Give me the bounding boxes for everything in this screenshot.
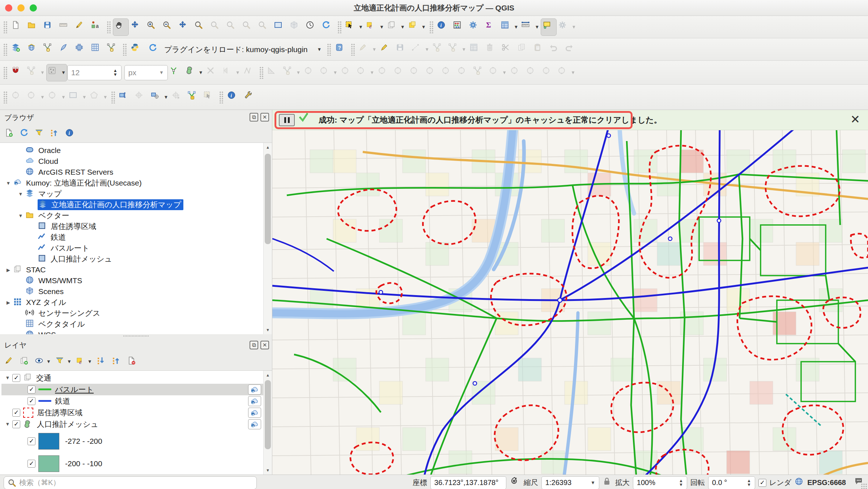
toggle-editing-icon[interactable] <box>378 41 394 58</box>
snap-all-layers-icon[interactable]: ▼ <box>46 64 67 81</box>
digitize-with-segment-icon[interactable]: ▼ <box>410 41 431 58</box>
cut-features-icon[interactable] <box>499 41 515 58</box>
scale-combo[interactable]: 1:26393▼ <box>541 476 599 489</box>
toolbar-grip[interactable] <box>351 43 355 56</box>
expander-arrow[interactable]: ▼ <box>16 191 25 197</box>
toolbar-grip[interactable] <box>3 67 8 79</box>
toolbar-grip[interactable] <box>219 91 224 103</box>
style-manager-icon[interactable] <box>57 18 73 36</box>
toolbar-grip[interactable] <box>259 67 264 79</box>
map-canvas[interactable]: 成功: マップ「立地適正化計画の人口推移分析マップ」のキャッシュを正常にクリアし… <box>272 110 868 475</box>
layers-close-button[interactable]: ✕ <box>260 341 269 349</box>
browser-properties-icon[interactable] <box>64 127 77 141</box>
zoom-native-icon[interactable] <box>224 18 240 36</box>
layer-item--272-200[interactable]: ✓-272 - -200 <box>1 430 272 452</box>
reverse-line-icon[interactable]: ▼ <box>556 64 577 81</box>
scroll-up-arrow[interactable]: ▲ <box>264 143 272 152</box>
data-source-manager-icon[interactable] <box>9 41 25 58</box>
reshape-features-icon[interactable] <box>302 64 318 81</box>
plugin-settings-icon[interactable] <box>241 89 257 106</box>
draw-circle-icon[interactable]: ▼ <box>25 89 46 106</box>
browser-item--[interactable]: 居住誘導区域 <box>1 221 272 232</box>
browser-item-wcs[interactable]: WCS <box>1 329 272 334</box>
add-label-icon[interactable] <box>170 89 186 106</box>
expander-arrow[interactable]: ▶ <box>4 300 13 305</box>
zoom-out-icon[interactable] <box>161 18 176 36</box>
visibility-checkbox[interactable]: ✓ <box>12 374 20 382</box>
plugin-info-icon[interactable] <box>225 89 241 106</box>
new-memory-layer-icon[interactable] <box>73 41 89 58</box>
browser-item--[interactable]: ベクタタイル <box>1 319 272 329</box>
panel-splitter[interactable] <box>0 334 272 338</box>
toolbar-grip[interactable] <box>429 21 434 33</box>
select-features-icon[interactable]: ▼ <box>344 18 365 36</box>
circular-string-icon[interactable] <box>9 89 25 106</box>
add-ring-icon[interactable] <box>424 64 439 81</box>
rotate-feature-icon[interactable] <box>392 64 408 81</box>
trim-extend-icon[interactable]: ▼ <box>487 64 508 81</box>
select-by-expression-icon[interactable]: ▼ <box>365 18 386 36</box>
new-map-view-icon[interactable] <box>272 18 288 36</box>
lock-scale-icon[interactable] <box>603 477 612 488</box>
pin-labels-icon[interactable] <box>201 89 217 106</box>
scroll-up-arrow[interactable]: ▲ <box>264 371 272 379</box>
label-toolbar-icon[interactable] <box>89 18 105 36</box>
configure-labels-icon[interactable] <box>186 89 201 106</box>
filter-legend-icon[interactable]: ▼ <box>54 354 73 369</box>
browser-float-button[interactable]: ⧉ <box>250 113 258 122</box>
layer-item--[interactable]: ▼✓交通 <box>1 372 272 384</box>
rotate-label-icon[interactable] <box>133 89 149 106</box>
new-geopackage-layer-icon[interactable] <box>57 41 73 58</box>
browser-item--[interactable]: ▼ベクター <box>1 210 272 221</box>
browser-close-button[interactable]: ✕ <box>260 113 269 122</box>
help-icon[interactable] <box>333 41 349 58</box>
collapse-all-icon[interactable] <box>48 127 62 141</box>
search-box[interactable] <box>4 476 257 489</box>
pan-to-selection-icon[interactable] <box>129 18 145 36</box>
toolbar-grip[interactable] <box>111 91 115 103</box>
browser-item-scenes[interactable]: Scenes <box>1 286 272 297</box>
run-feature-action-icon[interactable]: ▼ <box>557 18 578 36</box>
paste-features-icon[interactable] <box>531 41 547 58</box>
snapping-type-icon[interactable]: ▼ <box>25 64 46 81</box>
save-layer-edits-icon[interactable] <box>394 41 410 58</box>
toolbar-grip[interactable] <box>123 43 127 56</box>
advanced-digitizing-panel-icon[interactable] <box>265 64 281 81</box>
statistical-summary-icon[interactable] <box>451 18 467 36</box>
attribute-table-icon[interactable]: ▼ <box>499 18 520 36</box>
layer-item--[interactable]: ✓バスルート <box>1 384 272 395</box>
show-statistics-icon[interactable] <box>483 18 499 36</box>
magnifier-value[interactable]: 100% ▲▼ <box>633 476 687 489</box>
new-project-icon[interactable] <box>9 18 25 36</box>
toolbar-grip[interactable] <box>337 21 342 33</box>
move-label-icon[interactable] <box>117 89 133 106</box>
visibility-checkbox[interactable]: ✓ <box>27 397 35 405</box>
browser-item-cloud[interactable]: Cloud <box>1 156 272 167</box>
manage-visibility-icon[interactable]: ▼ <box>33 354 52 369</box>
snap-units-combo[interactable]: px▼ <box>124 65 168 80</box>
browser-item--[interactable]: 鉄道 <box>1 232 272 243</box>
browser-item-kumoy-usecase-[interactable]: ▼Kumoy: 立地適正化計画(Usecase) <box>1 178 272 188</box>
select-by-form-icon[interactable]: ▼ <box>386 18 407 36</box>
add-feature-icon[interactable] <box>431 41 447 58</box>
refresh-map-icon[interactable] <box>320 18 336 36</box>
visibility-checkbox[interactable]: ✓ <box>27 460 35 468</box>
move-feature-icon[interactable]: ▼ <box>281 64 302 81</box>
python-console-icon[interactable] <box>129 41 145 58</box>
scroll-down-arrow[interactable]: ▼ <box>264 326 272 334</box>
render-checkbox[interactable]: ✓ レンダ <box>758 478 791 488</box>
layers-float-button[interactable]: ⧉ <box>250 341 258 349</box>
merge-features-icon[interactable]: ▼ <box>355 64 376 81</box>
vertex-tool-icon[interactable]: ▼ <box>447 41 468 58</box>
expander-arrow[interactable]: ▼ <box>3 421 12 427</box>
processing-toolbox-icon[interactable] <box>467 18 483 36</box>
open-project-icon[interactable] <box>25 18 41 36</box>
modify-attributes-icon[interactable] <box>468 41 484 58</box>
add-favorite-icon[interactable] <box>3 127 17 141</box>
topological-editing-icon[interactable] <box>205 64 221 81</box>
toolbar-grip[interactable] <box>3 43 8 56</box>
project-properties-icon[interactable] <box>73 18 89 36</box>
crs-value[interactable]: EPSG:6668 <box>807 479 846 487</box>
redo-icon[interactable] <box>563 41 579 58</box>
toolbar-grip[interactable] <box>107 21 111 33</box>
